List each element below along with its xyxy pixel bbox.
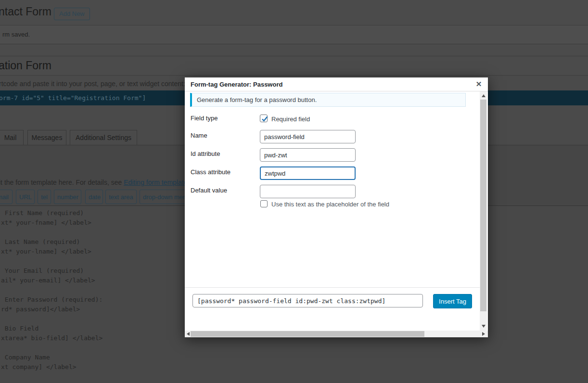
- field-type-label: Field type: [191, 115, 217, 122]
- tag-button-email[interactable]: mail: [0, 190, 13, 204]
- code-line: [1, 256, 102, 266]
- code-line: First Name (required): [1, 208, 102, 218]
- default-value-input[interactable]: [260, 185, 356, 198]
- code-line: Last Name (required): [1, 237, 102, 247]
- code-line: xt* your-lname] </label>: [1, 247, 102, 256]
- class-attribute-input[interactable]: [260, 166, 356, 180]
- shortcode-hint: rtcode and paste it into your post, page…: [0, 80, 185, 88]
- editing-form-template-link[interactable]: Editing form template: [124, 179, 187, 186]
- add-new-button[interactable]: Add New: [54, 8, 90, 20]
- code-line: xt* your-fname] </label>: [1, 218, 102, 228]
- name-label: Name: [191, 132, 207, 139]
- dialog-titlebar: Form-tag Generator: Password ✕: [185, 77, 488, 91]
- code-line: [1, 343, 102, 353]
- tab-mail[interactable]: Mail: [0, 130, 24, 145]
- generated-tag-input[interactable]: [192, 294, 423, 307]
- tab-messages[interactable]: Messages: [27, 130, 66, 145]
- code-line: ail* your-email] </label>: [1, 276, 102, 285]
- tag-button-text-area[interactable]: text area: [105, 190, 137, 204]
- form-title-row: ation Form: [0, 56, 588, 76]
- check-icon: [260, 114, 269, 124]
- tag-button-number[interactable]: number: [54, 190, 81, 204]
- code-line: xtarea* bio-field] </label>: [1, 333, 102, 343]
- vertical-scrollbar[interactable]: [480, 91, 487, 331]
- page-header: ntact Form Add New: [0, 0, 588, 26]
- vertical-scrollbar-thumb[interactable]: [480, 100, 486, 311]
- footer-divider: [185, 287, 481, 288]
- form-tag-generator-dialog: Form-tag Generator: Password ✕ Generate …: [185, 77, 488, 337]
- scroll-up-icon[interactable]: [482, 94, 486, 97]
- insert-tag-button[interactable]: Insert Tag: [433, 294, 472, 308]
- scroll-down-icon[interactable]: [482, 325, 486, 328]
- dialog-description-box: Generate a form-tag for a password butto…: [190, 93, 466, 107]
- required-field-label: Required field: [271, 115, 310, 123]
- default-value-label: Default value: [191, 187, 227, 194]
- code-line: Company Name: [1, 353, 102, 362]
- code-line: Enter Password (required):: [1, 295, 102, 305]
- saved-notice-text: rm saved.: [2, 31, 30, 38]
- required-field-checkbox[interactable]: [260, 115, 268, 122]
- code-line: xt company] </label>: [1, 362, 102, 372]
- code-line: rd* password]</label>: [1, 305, 102, 314]
- horizontal-scrollbar-thumb[interactable]: [191, 331, 424, 337]
- code-line: Your Email (required): [1, 266, 102, 276]
- tag-button-date[interactable]: date: [85, 190, 103, 204]
- tab-additional-settings[interactable]: Additional Settings: [70, 130, 137, 145]
- scroll-right-icon[interactable]: [482, 332, 485, 336]
- tag-button-tel[interactable]: tel: [38, 190, 51, 204]
- page-title: ntact Form: [0, 5, 51, 18]
- dialog-description: Generate a form-tag for a password butto…: [197, 96, 317, 103]
- scroll-left-icon[interactable]: [187, 332, 190, 336]
- form-name-heading: ation Form: [0, 59, 51, 72]
- close-icon[interactable]: ✕: [474, 79, 484, 89]
- saved-notice: rm saved.: [0, 26, 588, 44]
- class-attribute-label: Class attribute: [191, 168, 230, 176]
- editor-hint-prefix: it the form template here. For details, …: [0, 179, 124, 186]
- form-template-code: First Name (required) xt* your-fname] </…: [0, 208, 102, 372]
- shortcode-value: orm-7 id="5" title="Registration Form"]: [0, 94, 146, 102]
- name-input[interactable]: [260, 130, 356, 143]
- id-attribute-label: Id attribute: [191, 150, 220, 157]
- code-line: [1, 314, 102, 324]
- id-attribute-input[interactable]: [260, 148, 356, 162]
- horizontal-scrollbar[interactable]: [185, 331, 488, 337]
- use-placeholder-checkbox[interactable]: [260, 200, 268, 207]
- code-line: [1, 285, 102, 295]
- toolbar-band: [0, 44, 588, 56]
- code-line: [1, 228, 102, 237]
- code-line: Bio Field: [1, 324, 102, 333]
- editor-hint: it the form template here. For details, …: [0, 179, 189, 186]
- use-placeholder-label: Use this text as the placeholder of the …: [271, 201, 389, 208]
- tag-button-url[interactable]: URL: [16, 190, 35, 204]
- dialog-title: Form-tag Generator: Password: [191, 81, 282, 88]
